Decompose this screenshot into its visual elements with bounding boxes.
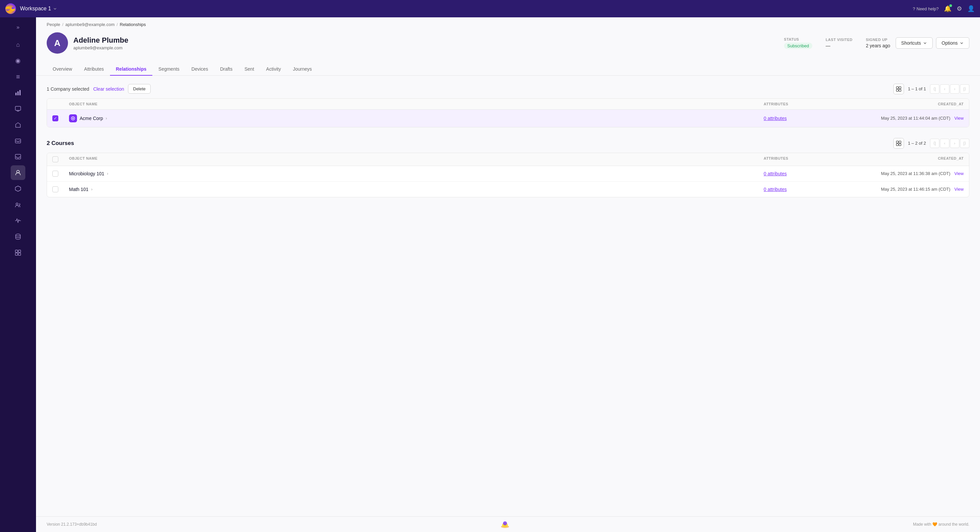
company-selection-text: 1 Company selected [47, 86, 89, 92]
sidebar-item-contacts[interactable] [11, 198, 25, 212]
course-row-2-checkbox[interactable] [52, 186, 58, 192]
footer-version: Version 21.2.173+db9b41bd [47, 522, 97, 527]
sidebar-item-broadcast[interactable] [11, 117, 25, 132]
tab-segments[interactable]: Segments [152, 63, 185, 76]
course-row-1-attr-link[interactable]: 0 attributes [764, 171, 787, 176]
sidebar-item-grid[interactable] [11, 245, 25, 260]
notifications-button[interactable]: 🔔 [944, 5, 951, 12]
options-button[interactable]: Options [936, 37, 969, 49]
courses-pagination: ⟨| ‹ › |⟩ [930, 139, 969, 148]
courses-last-page[interactable]: |⟩ [960, 139, 969, 148]
sidebar-item-inbox[interactable] [11, 133, 25, 148]
svg-point-21 [72, 118, 74, 119]
help-button[interactable]: ? Need help? [913, 6, 939, 11]
courses-select-all[interactable] [52, 156, 58, 162]
sidebar-item-charts[interactable] [11, 85, 25, 100]
svg-rect-14 [15, 253, 18, 255]
sidebar-item-dashboard[interactable]: ◉ [11, 53, 25, 68]
svg-point-11 [16, 234, 20, 236]
svg-rect-8 [15, 155, 21, 159]
company-pagination-info: 1 – 1 of 1 [908, 86, 926, 91]
sidebar-item-objects[interactable] [11, 182, 25, 196]
sidebar-expand-button[interactable]: » [12, 21, 24, 33]
courses-prev-page[interactable]: ‹ [940, 139, 949, 148]
company-next-page[interactable]: › [950, 84, 959, 94]
breadcrumb-email[interactable]: aplumbe9@example.com [65, 22, 115, 27]
delete-button[interactable]: Delete [128, 84, 151, 94]
svg-rect-5 [19, 90, 21, 96]
svg-rect-24 [896, 144, 898, 146]
svg-rect-3 [15, 93, 17, 96]
shortcuts-button[interactable]: Shortcuts [896, 37, 933, 49]
courses-table: OBJECT NAME ATTRIBUTES CREATED_AT Microb… [47, 153, 969, 198]
company-row-icon [69, 114, 77, 122]
course-row-2-view-link[interactable]: View [955, 187, 964, 192]
tab-drafts[interactable]: Drafts [214, 63, 238, 76]
avatar: A [47, 32, 68, 54]
notification-dot [949, 4, 952, 7]
svg-point-10 [16, 203, 18, 205]
clear-selection-link[interactable]: Clear selection [93, 86, 124, 92]
company-attr-link[interactable]: 0 attributes [764, 116, 787, 121]
company-view-link[interactable]: View [955, 116, 964, 121]
profile-name: Adeline Plumbe [73, 36, 765, 45]
course-row-1-name: Microbiology 101 › [69, 171, 764, 176]
courses-section: 2 Courses 1 – 2 of 2 ⟨| ‹ › |⟩ [47, 138, 969, 198]
tab-overview[interactable]: Overview [47, 63, 78, 76]
company-last-page[interactable]: |⟩ [960, 84, 969, 94]
course-row-1-view-link[interactable]: View [955, 171, 964, 176]
course-row-2-name: Math 101 › [69, 187, 764, 192]
course-row-1-created-at: May 25, 2023 at 11:36:38 am (CDT) [881, 171, 950, 176]
tab-relationships[interactable]: Relationships [110, 63, 153, 76]
company-table: OBJECT NAME ATTRIBUTES CREATED_AT ✓ Acme [47, 98, 969, 127]
status-label: STATUS [784, 37, 812, 41]
course-row-1-checkbox[interactable] [52, 170, 58, 177]
courses-first-page[interactable]: ⟨| [930, 139, 939, 148]
footer-logo [500, 521, 510, 528]
company-row-checkbox[interactable]: ✓ [52, 115, 58, 121]
company-selection-info: 1 Company selected Clear selection Delet… [47, 84, 151, 94]
company-prev-page[interactable]: ‹ [940, 84, 949, 94]
breadcrumb-current: Relationships [120, 22, 146, 27]
tab-journeys[interactable]: Journeys [287, 63, 318, 76]
tab-attributes[interactable]: Attributes [78, 63, 110, 76]
course-row-2-created-at: May 25, 2023 at 11:46:15 am (CDT) [881, 187, 950, 192]
footer-credit: Made with 🧡 around the world. [913, 522, 969, 527]
tab-activity[interactable]: Activity [260, 63, 287, 76]
sidebar-item-database[interactable] [11, 229, 25, 244]
svg-point-28 [503, 521, 507, 525]
svg-rect-4 [18, 91, 19, 96]
sidebar-item-messages[interactable] [11, 101, 25, 116]
sidebar-item-pulse[interactable] [11, 213, 25, 228]
sidebar-item-people[interactable] [11, 165, 25, 180]
courses-grid-view-button[interactable] [893, 138, 904, 149]
svg-point-2 [12, 7, 14, 9]
svg-rect-19 [899, 89, 901, 91]
svg-rect-13 [18, 250, 21, 252]
sidebar-item-layers[interactable]: ≡ [11, 69, 25, 84]
breadcrumb-people[interactable]: People [47, 22, 60, 27]
sidebar-item-inbox2[interactable] [11, 149, 25, 164]
courses-col-created: CREATED_AT [830, 156, 964, 162]
courses-section-title: 2 Courses [47, 140, 74, 147]
courses-pagination-info: 1 – 2 of 2 [908, 141, 926, 146]
company-first-page[interactable]: ⟨| [930, 84, 939, 94]
tabs: Overview Attributes Relationships Segmen… [36, 56, 980, 76]
svg-rect-23 [899, 141, 901, 143]
table-row: ✓ Acme Corp › 0 attributes [47, 110, 969, 127]
company-pagination: ⟨| ‹ › |⟩ [930, 84, 969, 94]
profile-email: aplumbe9@example.com [73, 45, 765, 50]
settings-button[interactable]: ⚙ [957, 5, 962, 12]
last-visited-label: LAST VISITED [826, 38, 853, 41]
page-content: 1 Company selected Clear selection Delet… [36, 76, 980, 517]
course-row-2-attr-link[interactable]: 0 attributes [764, 187, 787, 192]
svg-rect-25 [899, 144, 901, 146]
user-button[interactable]: 👤 [967, 5, 975, 12]
workspace-name[interactable]: Workspace 1 [20, 6, 57, 12]
courses-next-page[interactable]: › [950, 139, 959, 148]
sidebar-item-home[interactable]: ⌂ [11, 37, 25, 52]
tab-sent[interactable]: Sent [238, 63, 260, 76]
tab-devices[interactable]: Devices [185, 63, 214, 76]
svg-rect-16 [896, 87, 898, 89]
company-grid-view-button[interactable] [893, 84, 904, 94]
